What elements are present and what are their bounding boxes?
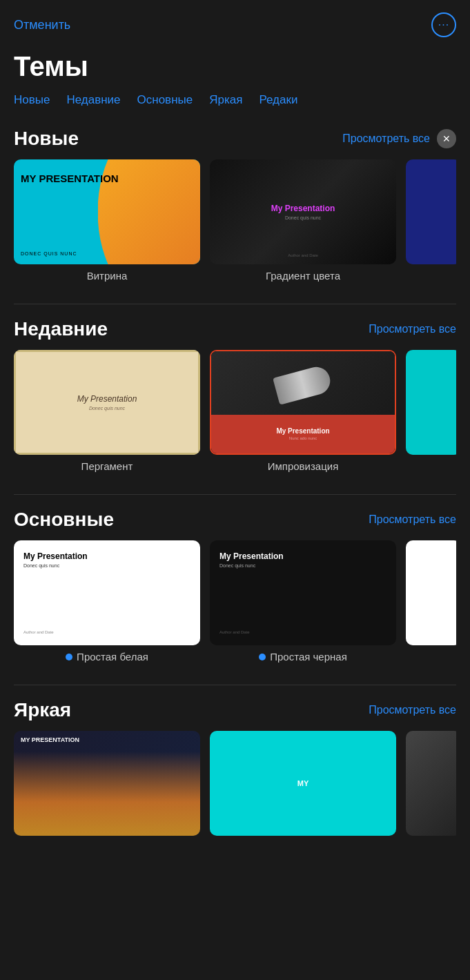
white-dot <box>66 654 72 660</box>
card-improv-label: Импровизация <box>268 460 339 472</box>
card-simple-white-label: Простая белая <box>77 651 148 663</box>
simple-black-author: Author and Date <box>219 630 386 634</box>
section-basic-header: Основные Просмотреть все <box>14 509 456 531</box>
simple-black-title: My Presentation <box>219 551 386 561</box>
view-all-bright-button[interactable]: Просмотреть все <box>369 704 456 716</box>
tab-bright[interactable]: Яркая <box>209 93 242 111</box>
improv-title: My Presentation <box>276 427 329 435</box>
improv-sub: Nunc ado nunc <box>289 436 317 440</box>
simple-white-author: Author and Date <box>23 630 190 634</box>
card-blue-partial[interactable] <box>406 159 456 282</box>
card-parchment-label: Пергамент <box>81 460 133 472</box>
card-yarkaya3-partial[interactable] <box>406 731 456 841</box>
parchment-sub: Donec quis nunc <box>89 406 125 411</box>
cancel-button[interactable]: Отменить <box>14 18 70 32</box>
section-bright-title: Яркая <box>14 699 71 721</box>
card-parchment[interactable]: My Presentation Donec quis nunc Пергамен… <box>14 350 200 472</box>
section-bright-header: Яркая Просмотреть все <box>14 699 456 721</box>
thumb-parchment: My Presentation Donec quis nunc <box>14 350 200 455</box>
yarkaya1-text: MY PRESENTATION <box>21 736 79 743</box>
card-yarkaya1[interactable]: MY PRESENTATION <box>14 731 200 841</box>
thumb-improv: My Presentation Nunc ado nunc <box>210 350 396 455</box>
card-gradient-label: Градиент цвета <box>266 270 340 282</box>
card-simple-black-label: Простая черная <box>270 651 347 663</box>
card-vitrina[interactable]: MY PRESENTATION DONEC QUIS NUNC Витрина <box>14 159 200 282</box>
card-yarkaya2[interactable]: MY <box>210 731 396 841</box>
vitrina-sub: DONEC QUIS NUNC <box>21 251 77 256</box>
section-recent: Недавние Просмотреть все My Presentation… <box>0 304 470 480</box>
vitrina-title: MY PRESENTATION <box>21 173 119 185</box>
thumb-blue-partial <box>406 159 456 264</box>
thumb-gradient: My Presentation Donec quis nunc Author a… <box>210 159 396 264</box>
thumb-simple-white: My Presentation Donec quis nunc Author a… <box>14 540 200 645</box>
thumb-teal-partial <box>406 350 456 455</box>
view-all-new-button[interactable]: Просмотреть все <box>342 133 430 145</box>
basic-cards-row: My Presentation Donec quis nunc Author a… <box>14 540 456 671</box>
section-new-title: Новые <box>14 128 79 150</box>
card-teal-partial[interactable] <box>406 350 456 472</box>
gradient-sub: Donec quis nunc <box>285 215 321 220</box>
section-basic-title: Основные <box>14 509 114 531</box>
black-dot <box>259 654 266 660</box>
tab-edit[interactable]: Редаки <box>259 93 297 111</box>
gradient-title: My Presentation <box>271 204 335 213</box>
card-vitrina-label: Витрина <box>87 270 128 282</box>
simple-white-title: My Presentation <box>23 551 190 561</box>
view-all-recent-button[interactable]: Просмотреть все <box>369 323 456 335</box>
section-bright: Яркая Просмотреть все MY PRESENTATION MY <box>0 685 470 850</box>
trumpet-icon <box>273 364 333 404</box>
simple-white-sub: Donec quis nunc <box>23 563 190 568</box>
gradient-author: Author and Date <box>288 253 318 257</box>
section-new: Новые Просмотреть все ✕ MY PRESENTATION … <box>0 114 470 290</box>
bright-cards-row: MY PRESENTATION MY <box>14 731 456 850</box>
card-gradient[interactable]: My Presentation Donec quis nunc Author a… <box>210 159 396 282</box>
close-new-button[interactable]: ✕ <box>437 129 456 148</box>
simple-black-sub: Donec quis nunc <box>219 563 386 568</box>
thumb-yarkaya3-partial <box>406 731 456 836</box>
tab-basic[interactable]: Основные <box>137 93 193 111</box>
header: Отменить ··· <box>0 0 470 44</box>
recent-cards-row: My Presentation Donec quis nunc Пергамен… <box>14 350 456 480</box>
thumb-yarkaya2: MY <box>210 731 396 836</box>
improv-photo <box>211 351 395 418</box>
more-options-button[interactable]: ··· <box>431 12 456 37</box>
improv-bar: My Presentation Nunc ado nunc <box>211 415 395 453</box>
section-new-header: Новые Просмотреть все ✕ <box>14 128 456 150</box>
thumb-simple-black: My Presentation Donec quis nunc Author a… <box>210 540 396 645</box>
new-cards-row: MY PRESENTATION DONEC QUIS NUNC Витрина … <box>14 159 456 290</box>
card-white-partial[interactable] <box>406 540 456 663</box>
section-basic: Основные Просмотреть все My Presentation… <box>0 495 470 671</box>
thumb-white-partial <box>406 540 456 645</box>
tabs-bar: Новые Недавние Основные Яркая Редаки <box>0 93 470 111</box>
thumb-yarkaya1: MY PRESENTATION <box>14 731 200 836</box>
card-simple-black[interactable]: My Presentation Donec quis nunc Author a… <box>210 540 396 663</box>
parchment-title: My Presentation <box>77 394 137 404</box>
card-simple-white-label-row: Простая белая <box>66 651 148 663</box>
card-simple-white[interactable]: My Presentation Donec quis nunc Author a… <box>14 540 200 663</box>
section-recent-header: Недавние Просмотреть все <box>14 318 456 340</box>
yarkaya1-person <box>14 752 200 836</box>
yarkaya2-text: MY <box>297 779 309 787</box>
card-simple-black-label-row: Простая черная <box>259 651 347 663</box>
thumb-vitrina: MY PRESENTATION DONEC QUIS NUNC <box>14 159 200 264</box>
page-title: Темы <box>0 44 470 93</box>
card-improv[interactable]: My Presentation Nunc ado nunc Импровизац… <box>210 350 396 472</box>
section-recent-title: Недавние <box>14 318 108 340</box>
view-all-basic-button[interactable]: Просмотреть все <box>369 513 456 526</box>
tab-new[interactable]: Новые <box>14 93 50 111</box>
section-new-actions: Просмотреть все ✕ <box>342 129 456 148</box>
tab-recent[interactable]: Недавние <box>66 93 120 111</box>
